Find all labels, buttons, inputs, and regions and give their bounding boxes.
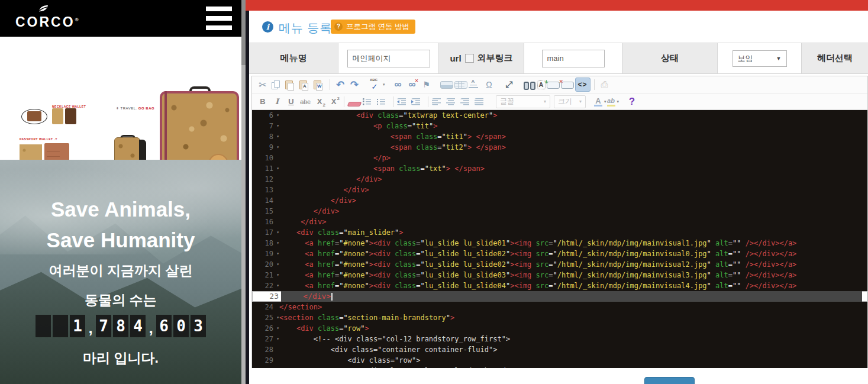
save-button[interactable]: 저장하기 [644,377,695,384]
code-line-14[interactable]: 14 </div> [252,195,867,206]
font-select[interactable]: 글꼴▾ [496,95,550,108]
align-left-icon[interactable] [432,98,445,105]
code-line-11[interactable]: 11▾ <span class="txt"> </span> [252,163,867,174]
find-icon[interactable] [523,80,536,89]
code-line-28[interactable]: 28 <div class="container container-fluid… [252,344,867,355]
code-line-13[interactable]: 13 </div> [252,185,867,195]
url-input[interactable] [542,50,605,67]
fold-arrow-icon[interactable]: ▾ [276,270,279,280]
code-line-20[interactable]: 20▾ <a href="#none"><div class="lu_slide… [252,259,867,270]
spellcheck-icon[interactable]: ✓ABC [368,78,381,92]
maximize-icon[interactable]: ⤢ [503,78,516,92]
caret-icon[interactable]: ▾ [617,99,619,104]
preview-scrollbar[interactable] [241,0,246,384]
paste-text-icon[interactable]: A [299,80,312,89]
fold-arrow-icon[interactable]: ▾ [276,131,279,142]
caret-icon[interactable]: ▾ [383,82,385,87]
fold-arrow-icon[interactable]: ▾ [276,110,279,121]
program-link-help-button[interactable]: ? 프로그램 연동 방법 [331,20,415,34]
redo-icon[interactable]: ↷ [348,78,361,92]
underline-button[interactable]: U [285,95,298,109]
fold-arrow-icon[interactable]: ▾ [276,249,279,259]
code-line-24[interactable]: 24</section> [252,302,867,312]
code-line-23[interactable]: 23 </div> [252,291,867,302]
numbered-list-icon[interactable] [362,98,375,105]
status-select[interactable]: 보임 ▼ [733,50,787,67]
code-area[interactable]: 6▾ <div class="txtwrap text-center">7▾ <… [252,110,867,369]
code-line-26[interactable]: 26▾ <div class="row"> [252,323,867,334]
code-line-19[interactable]: 19▾ <a href="#none"><div class="lu_slide… [252,249,867,259]
bold-button[interactable]: B [256,95,269,109]
print-icon[interactable]: ⎙ [598,78,611,92]
subscript-button[interactable]: X2 [313,95,326,109]
code-line-22[interactable]: 22▾ <a href="#none"><div class="lu_slide… [252,280,867,291]
fold-arrow-icon[interactable]: ▾ [276,238,279,249]
copy-icon[interactable] [270,80,283,89]
cut-icon[interactable]: ✂ [256,78,269,92]
code-line-15[interactable]: 15 </div> [252,206,867,217]
special-char-icon[interactable]: Ω [483,78,496,92]
code-line-9[interactable]: 9▾ <span class="tit2"> </span> [252,142,867,153]
align-justify-icon[interactable] [475,98,488,105]
unlink-icon[interactable]: ∞✕ [406,78,419,92]
scrollbar-thumb[interactable] [241,0,246,65]
fold-arrow-icon[interactable]: ▾ [276,280,279,291]
italic-button[interactable]: I [270,95,283,109]
align-right-icon[interactable] [460,98,473,105]
fold-arrow-icon[interactable]: ▾ [276,142,279,153]
code-line-10[interactable]: 10 </p> [252,153,867,163]
paste-icon[interactable] [285,80,298,89]
bg-color-icon[interactable]: ab [607,96,615,107]
fold-arrow-icon[interactable]: ▾ [276,259,279,270]
code-line-7[interactable]: 7▾ <p class="tit"> [252,121,867,131]
source-button[interactable]: <> [575,78,591,92]
image-icon[interactable] [440,81,453,89]
undo-icon[interactable]: ↶ [334,78,347,92]
fold-arrow-icon[interactable]: ▾ [276,323,279,334]
strikethrough-button[interactable]: abc [299,95,312,109]
replace-icon[interactable]: A [537,80,546,89]
comment-remove-icon[interactable]: ✕ [561,82,574,89]
product-slider[interactable]: NECKLACE WALLET ✈ TRAVEL. GO BAG PASSPOR… [0,37,241,160]
link-icon[interactable]: ∞ [392,78,405,92]
code-line-16[interactable]: 16 </div> [252,217,867,227]
superscript-button[interactable]: X2 [327,95,340,109]
comment-add-icon[interactable]: + [547,82,560,89]
horizontal-line-icon[interactable]: A [469,81,482,89]
corco-logo[interactable]: CORCO® [15,4,70,29]
table-icon[interactable] [454,81,467,89]
remove-format-icon[interactable] [347,102,362,107]
caret-icon[interactable]: ▾ [604,99,606,104]
menu-name-input[interactable] [347,50,430,67]
bullet-list-icon[interactable] [376,98,389,105]
code-line-29[interactable]: 29 <div class="row"> [252,355,867,366]
code-line-18[interactable]: 18▾ <a href="#none"><div class="lu_slide… [252,238,867,249]
code-line-21[interactable]: 21▾ <a href="#none"><div class="lu_slide… [252,270,867,280]
counter-digit: 0 [173,315,189,337]
code-line-8[interactable]: 8▾ <span class="tit1"> </span> [252,131,867,142]
line-number: 14 [252,195,276,206]
size-select[interactable]: 크기▾ [554,95,586,108]
fold-arrow-icon[interactable]: ▾ [276,163,279,174]
text-color-icon[interactable]: A [594,96,602,107]
fold-arrow-icon[interactable]: ▾ [276,334,279,344]
code-line-12[interactable]: 12 </div> [252,174,867,185]
fold-arrow-icon[interactable]: ▾ [276,227,279,238]
code-line-6[interactable]: 6▾ <div class="txtwrap text-center"> [252,110,867,121]
code-line-25[interactable]: 25▾<section class="section-main-brandsto… [252,312,867,323]
indent-icon[interactable] [411,98,424,105]
fold-arrow-icon[interactable]: ▾ [276,312,279,323]
outdent-icon[interactable] [397,98,410,105]
code-line-27[interactable]: 27▾ <!-- <div class="col-12 brandstory_r… [252,334,867,344]
help-icon[interactable]: ? [625,95,638,109]
text-cursor [331,293,333,301]
code-line-17[interactable]: 17▾ <div class="main_slider"> [252,227,867,238]
external-link-checkbox[interactable] [465,54,474,63]
anchor-icon[interactable]: ⚑ [420,78,433,92]
question-icon: ? [334,22,343,31]
fold-arrow-icon[interactable]: ▾ [276,121,279,131]
hamburger-menu-icon[interactable] [206,7,232,30]
line-number: 27▾ [252,334,276,344]
align-center-icon[interactable] [446,98,459,105]
paste-word-icon[interactable]: W [313,80,326,89]
